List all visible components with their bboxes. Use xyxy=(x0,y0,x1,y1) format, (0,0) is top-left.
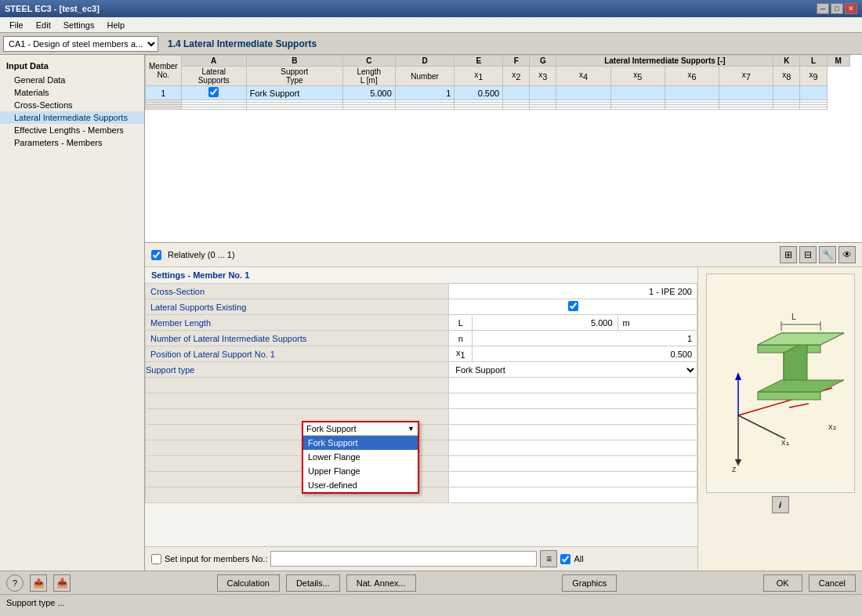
dropdown-arrow[interactable]: ▼ xyxy=(407,425,415,433)
cell-lateral-supports[interactable] xyxy=(181,86,246,100)
sidebar-item-lateral-supports[interactable]: Lateral Intermediate Supports xyxy=(0,111,144,124)
menu-edit[interactable]: Edit xyxy=(30,19,57,31)
value-lateral-existing[interactable] xyxy=(449,299,697,315)
set-input-checkbox[interactable] xyxy=(151,554,161,564)
menu-help[interactable]: Help xyxy=(100,19,131,31)
support-type-select[interactable]: Fork Support Lower Flange Upper Flange U… xyxy=(449,363,697,377)
nat-annex-button[interactable]: Nat. Annex... xyxy=(346,574,416,592)
wrench-button[interactable]: 🔧 xyxy=(819,246,836,263)
sidebar-section-title: Input Data xyxy=(0,58,144,74)
sub-header-x6: x6 xyxy=(665,67,719,86)
info-button[interactable]: i xyxy=(772,496,789,513)
sub-header-number: Number xyxy=(395,67,455,86)
svg-text:L: L xyxy=(791,312,796,321)
value-support-type[interactable]: Fork Support Lower Flange Upper Flange U… xyxy=(449,362,697,378)
table-row[interactable]: 1 Fork Support 5.000 1 0.500 xyxy=(146,86,850,100)
svg-rect-10 xyxy=(758,392,820,400)
col-header-member-no: MemberNo. xyxy=(146,56,182,86)
content-area: MemberNo. A B C D E F G Lateral Intermed… xyxy=(145,55,862,571)
sidebar-item-cross-sections[interactable]: Cross-Sections xyxy=(0,99,144,111)
settings-row-empty6 xyxy=(146,456,697,472)
unit-member-length: m xyxy=(618,315,697,331)
menu-file[interactable]: File xyxy=(3,19,30,31)
settings-row-empty5 xyxy=(146,440,697,456)
sidebar-item-effective-lengths[interactable]: Effective Lengths - Members xyxy=(0,124,144,136)
table-row xyxy=(146,107,850,110)
case-dropdown[interactable]: CA1 - Design of steel members a... xyxy=(3,36,158,52)
settings-table: Cross-Section 1 - IPE 200 Lateral Suppor… xyxy=(145,283,697,503)
table-icon1-button[interactable]: ⊞ xyxy=(780,246,797,263)
export2-button[interactable]: 📥 xyxy=(53,574,71,592)
svg-rect-0 xyxy=(707,274,855,478)
eye-button[interactable]: 👁 xyxy=(838,246,856,263)
sub-header-x5: x5 xyxy=(610,67,665,86)
status-text: Support type ... xyxy=(6,598,65,607)
sub-header-x9: x9 xyxy=(800,67,827,86)
all-checkbox[interactable] xyxy=(560,554,570,564)
col-header-L: L xyxy=(800,56,827,67)
dropdown-option-fork[interactable]: Fork Support xyxy=(303,436,418,450)
dropdown-overlay: Fork Support ▼ Fork Support Lower Flange… xyxy=(302,421,419,494)
ok-button[interactable]: OK xyxy=(763,574,802,592)
graphics-canvas: z x₁ x x₂ xyxy=(706,274,855,493)
toolbar-row: CA1 - Design of steel members a... 1.4 L… xyxy=(0,33,862,55)
cell-x7 xyxy=(719,86,773,100)
label-support-type: Support type xyxy=(146,362,449,378)
menu-settings[interactable]: Settings xyxy=(57,19,101,31)
sub-header-x1: x1 xyxy=(455,67,503,86)
relatively-checkbox[interactable] xyxy=(151,250,161,260)
cancel-button[interactable]: Cancel xyxy=(809,574,856,592)
settings-row-empty1 xyxy=(146,378,697,393)
dropdown-option-user[interactable]: User-defined xyxy=(303,478,418,492)
param-num-supports: n xyxy=(449,331,473,346)
cell-x8 xyxy=(773,86,800,100)
title-bar: STEEL EC3 - [test_ec3] ─ □ ✕ xyxy=(0,0,862,17)
label-lateral-existing: Lateral Supports Existing xyxy=(146,299,449,315)
col-header-lateral-supports: Lateral Intermediate Supports [-] xyxy=(556,56,773,67)
calculation-button[interactable]: Calculation xyxy=(217,574,280,592)
cell-support-type: Fork Support xyxy=(246,86,342,100)
window-title: STEEL EC3 - [test_ec3] xyxy=(5,4,100,13)
cell-length: 5.000 xyxy=(342,86,395,100)
maximize-button[interactable]: □ xyxy=(831,3,843,14)
sidebar-item-parameters[interactable]: Parameters - Members xyxy=(0,136,144,149)
info-btn-container: i xyxy=(772,496,789,513)
sub-header-x8: x8 xyxy=(773,67,800,86)
sidebar: Input Data General Data Materials Cross-… xyxy=(0,55,145,571)
close-button[interactable]: ✕ xyxy=(845,3,857,14)
value-position: 0.500 xyxy=(473,346,697,362)
settings-left: Settings - Member No. 1 Cross-Section 1 … xyxy=(145,267,697,571)
sidebar-item-general-data[interactable]: General Data xyxy=(0,74,144,86)
sidebar-item-materials[interactable]: Materials xyxy=(0,86,144,99)
settings-row-position: Position of Lateral Support No. 1 x1 0.5… xyxy=(146,346,697,362)
export1-button[interactable]: 📤 xyxy=(30,574,47,592)
set-input-field[interactable] xyxy=(270,551,537,567)
all-label: All xyxy=(574,554,583,563)
beam-graphic: z x₁ x x₂ xyxy=(707,274,855,478)
dropdown-option-lower[interactable]: Lower Flange xyxy=(303,450,418,464)
relatively-label: Relatively (0 ... 1) xyxy=(168,250,235,259)
cell-number: 1 xyxy=(395,86,455,100)
help-button[interactable]: ? xyxy=(6,574,24,592)
settings-panel: Settings - Member No. 1 Cross-Section 1 … xyxy=(145,267,862,571)
section-title: 1.4 Lateral Intermediate Supports xyxy=(161,38,317,49)
sub-header-x7: x7 xyxy=(719,67,773,86)
graphics-button[interactable]: Graphics xyxy=(562,574,617,592)
status-bar: Support type ... xyxy=(0,594,862,610)
toolbar-icons-right: ⊞ ⊟ 🔧 👁 xyxy=(780,246,856,263)
minimize-button[interactable]: ─ xyxy=(817,3,829,14)
filter-button[interactable]: ≡ xyxy=(540,550,557,567)
cell-x5 xyxy=(610,86,665,100)
settings-row-empty2 xyxy=(146,393,697,409)
col-header-M: M xyxy=(827,56,849,67)
table-icon2-button[interactable]: ⊟ xyxy=(799,246,817,263)
col-header-A: A xyxy=(181,56,246,67)
data-table-area: MemberNo. A B C D E F G Lateral Intermed… xyxy=(145,55,862,243)
dropdown-option-upper[interactable]: Upper Flange xyxy=(303,464,418,478)
label-position: Position of Lateral Support No. 1 xyxy=(146,346,449,362)
sub-header-length: LengthL [m] xyxy=(342,67,395,86)
param-position: x1 xyxy=(449,346,473,362)
sub-header-x3: x3 xyxy=(530,67,556,86)
col-header-B: B xyxy=(246,56,342,67)
details-button[interactable]: Details... xyxy=(286,574,340,592)
